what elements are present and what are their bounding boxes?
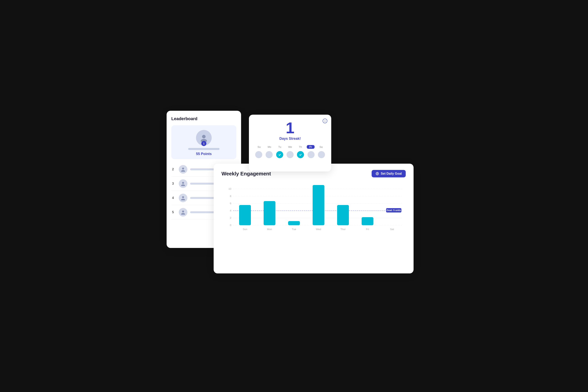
- svg-text:Wed: Wed: [316, 228, 321, 231]
- dot-sa: [318, 151, 325, 158]
- day-tu: Tu: [276, 146, 284, 148]
- svg-rect-32: [337, 205, 349, 225]
- day-th: Th: [296, 146, 304, 148]
- dot-tu: [276, 151, 283, 158]
- dots-row: [255, 151, 325, 158]
- svg-point-0: [202, 135, 206, 138]
- svg-text:4: 4: [230, 209, 231, 212]
- svg-point-3: [181, 170, 185, 172]
- top-player-points: 55 Points: [196, 152, 212, 156]
- set-goal-label: Set Daily Goal: [381, 172, 402, 176]
- dot-fr: [308, 151, 314, 158]
- dot-mo: [266, 151, 273, 158]
- leaderboard-title: Leaderboard: [171, 116, 236, 121]
- svg-rect-31: [312, 185, 324, 225]
- user-icon: [181, 167, 186, 172]
- check-icon: [299, 153, 302, 156]
- svg-text:2: 2: [230, 216, 231, 219]
- svg-text:Goal: 5 units: Goal: 5 units: [387, 209, 401, 212]
- svg-text:10: 10: [228, 188, 231, 190]
- user-icon: [181, 210, 186, 214]
- top-player-bar: [188, 148, 220, 150]
- svg-point-5: [181, 184, 185, 186]
- player-avatar: [179, 165, 188, 174]
- check-icon: [278, 153, 281, 156]
- player-rank: 4: [172, 196, 176, 200]
- player-avatar: [179, 208, 188, 216]
- top-player-area: 1 55 Points: [171, 125, 236, 159]
- dot-th: [297, 151, 304, 158]
- user-icon: [181, 181, 186, 186]
- svg-point-10: [376, 172, 379, 175]
- top-player-avatar-wrapper: 1: [196, 130, 212, 146]
- svg-text:6: 6: [230, 202, 231, 205]
- set-daily-goal-button[interactable]: Set Daily Goal: [372, 170, 406, 178]
- player-rank: 2: [172, 168, 176, 171]
- goal-icon: [376, 172, 379, 176]
- svg-text:Thur: Thur: [340, 228, 346, 231]
- svg-text:Tue: Tue: [292, 228, 296, 231]
- player-avatar: [179, 179, 188, 188]
- day-mo: Mo: [266, 146, 274, 148]
- svg-rect-28: [239, 205, 251, 225]
- svg-point-11: [377, 173, 378, 174]
- svg-text:Sat: Sat: [390, 228, 394, 231]
- svg-text:0: 0: [230, 224, 231, 226]
- svg-point-6: [182, 196, 184, 198]
- svg-point-7: [181, 199, 185, 200]
- bar-chart: 0 2 4 6 8 10 Goal: 5 units: [222, 182, 406, 260]
- svg-rect-29: [264, 201, 276, 225]
- dot-we: [286, 151, 294, 158]
- streak-card: i 1 Days Streak! Su Mo Tu We Th Fr Sa: [249, 115, 331, 172]
- day-we: We: [286, 146, 294, 148]
- engagement-card: Weekly Engagement Set Daily Goal: [214, 164, 414, 274]
- dot-su: [255, 151, 262, 158]
- days-row: Su Mo Tu We Th Fr Sa: [255, 145, 325, 149]
- player-rank: 3: [172, 182, 176, 186]
- player-avatar: [179, 194, 188, 202]
- svg-point-9: [181, 213, 185, 214]
- svg-point-2: [182, 168, 184, 170]
- streak-number: 1: [255, 120, 325, 136]
- svg-point-4: [182, 182, 184, 184]
- player-rank: 5: [172, 210, 176, 214]
- svg-text:Sun: Sun: [243, 228, 247, 231]
- chart-area: 0 2 4 6 8 10 Goal: 5 units: [222, 182, 406, 260]
- user-icon: [181, 196, 186, 200]
- engagement-title: Weekly Engagement: [222, 171, 271, 177]
- top-rank-badge: 1: [201, 141, 206, 146]
- day-su: Su: [255, 146, 263, 148]
- svg-text:Mon: Mon: [267, 228, 272, 231]
- day-fr: Fr: [307, 145, 314, 149]
- svg-rect-30: [288, 221, 300, 225]
- svg-rect-33: [362, 217, 374, 225]
- info-icon[interactable]: i: [322, 118, 327, 123]
- svg-text:8: 8: [230, 195, 231, 198]
- streak-label: Days Streak!: [255, 136, 325, 141]
- day-sa: Sa: [317, 146, 325, 148]
- user-icon: [200, 134, 208, 142]
- svg-text:Fri: Fri: [366, 228, 369, 231]
- svg-point-8: [182, 210, 184, 212]
